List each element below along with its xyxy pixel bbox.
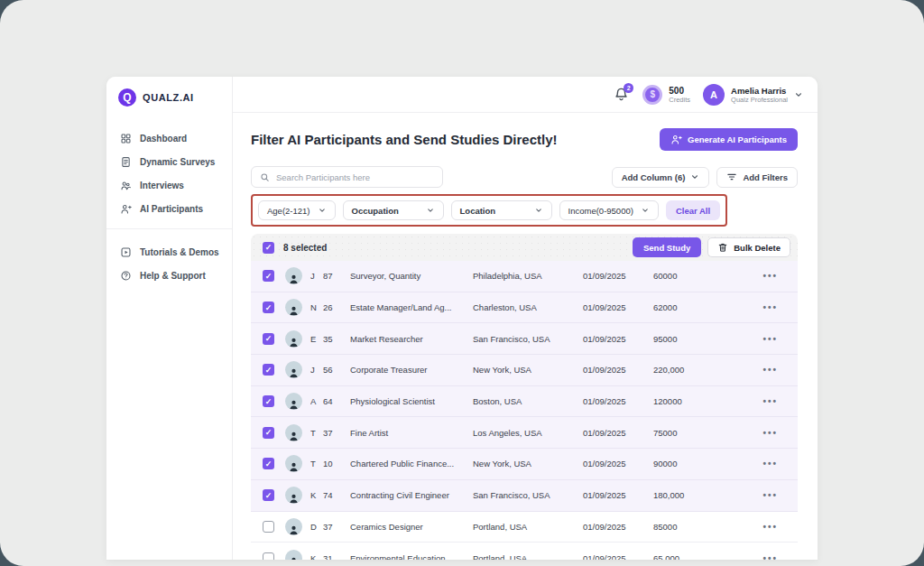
participant-location: Philadelphia, USA: [473, 271, 583, 281]
filter-icon: [726, 172, 737, 182]
dashboard-icon: [120, 133, 132, 144]
table-row[interactable]: ✓ K 74 Contracting Civil Engineer San Fr…: [251, 480, 798, 512]
sidebar-item-tutorials-demos[interactable]: Tutorials & Demos: [106, 240, 232, 264]
people-icon: [120, 180, 132, 191]
participant-age: 56: [323, 365, 350, 375]
add-filters-button[interactable]: Add Filters: [716, 167, 798, 188]
annotation-highlight-box: Age(2-121) Occupation Location Income(0-…: [251, 194, 727, 227]
credits-widget[interactable]: $ 500 Credits: [642, 85, 690, 105]
row-checkbox[interactable]: ✓: [263, 427, 274, 439]
participant-location: New York, USA: [473, 459, 583, 469]
help-circle-icon: [120, 270, 132, 282]
participant-location: San Francisco, USA: [473, 490, 583, 500]
notification-bell-icon[interactable]: 2: [614, 87, 630, 103]
sidebar-item-label: Interviews: [140, 181, 184, 190]
row-menu-button[interactable]: •••: [736, 428, 798, 438]
participant-occupation: Market Researcher: [350, 334, 473, 344]
selection-bar: ✓ 8 selected Send Study Bulk Delete: [251, 234, 798, 261]
participants-table-card: ✓ 8 selected Send Study Bulk Delete ✓ J …: [251, 234, 798, 560]
participant-name: N: [310, 302, 323, 312]
sidebar-item-label: Tutorials & Demos: [140, 247, 219, 257]
table-row[interactable]: ✓ N 26 Estate Manager/Land Ag... Charles…: [251, 292, 798, 324]
participant-date: 01/09/2025: [583, 490, 653, 500]
participant-avatar-icon: [285, 424, 302, 441]
row-menu-button[interactable]: •••: [736, 490, 798, 500]
page-title: Filter AI Participants and Send Studies …: [251, 132, 558, 147]
sidebar-item-dynamic-surveys[interactable]: Dynamic Surveys: [106, 150, 232, 173]
send-study-button[interactable]: Send Study: [633, 237, 701, 257]
row-menu-button[interactable]: •••: [736, 302, 798, 312]
participant-name: E: [310, 334, 323, 344]
bulk-delete-button[interactable]: Bulk Delete: [707, 237, 790, 257]
table-row[interactable]: ✓ A 64 Physiological Scientist Boston, U…: [251, 386, 798, 418]
participant-location: New York, USA: [473, 365, 583, 375]
chevron-down-icon[interactable]: [794, 90, 803, 99]
participant-occupation: Physiological Scientist: [350, 396, 473, 406]
sidebar-item-ai-participants[interactable]: AI Participants: [106, 197, 232, 220]
participant-name: D: [310, 522, 323, 532]
row-menu-button[interactable]: •••: [736, 396, 798, 406]
sidebar-item-label: Dynamic Surveys: [140, 157, 215, 167]
participant-age: 87: [323, 271, 350, 281]
row-menu-button[interactable]: •••: [736, 522, 798, 532]
participant-occupation: Ceramics Designer: [350, 522, 473, 532]
participant-name: K: [310, 490, 323, 500]
row-checkbox[interactable]: ✓: [263, 270, 274, 282]
row-menu-button[interactable]: •••: [736, 271, 798, 281]
user-avatar: A: [703, 84, 725, 106]
brand-logo[interactable]: Q QUALZ.AI: [106, 77, 232, 116]
table-row[interactable]: ✓ J 87 Surveyor, Quantity Philadelphia, …: [251, 261, 798, 292]
participant-age: 37: [323, 522, 350, 532]
sidebar-nav-primary: Dashboard Dynamic Surveys Interviews AI …: [106, 126, 232, 220]
sidebar-item-help-support[interactable]: Help & Support: [106, 264, 232, 287]
select-all-checkbox[interactable]: ✓: [263, 242, 274, 254]
sidebar: Q QUALZ.AI Dashboard Dynamic Surveys Int…: [106, 77, 233, 560]
table-row[interactable]: K 31 Environmental Education ... Portlan…: [251, 543, 798, 560]
filter-chip-income-[interactable]: Income(0-95000): [559, 200, 659, 220]
topbar: 2 $ 500 Credits A Amelia Harris Qualz Pr…: [233, 77, 818, 113]
row-checkbox[interactable]: ✓: [263, 395, 274, 407]
add-column-button[interactable]: Add Column (6): [612, 167, 710, 188]
row-checkbox[interactable]: [263, 552, 274, 560]
chevron-down-icon: [534, 207, 542, 215]
sidebar-item-label: Dashboard: [140, 134, 187, 144]
table-row[interactable]: ✓ T 10 Chartered Public Finance... New Y…: [251, 449, 798, 480]
document-icon: [120, 156, 132, 168]
generate-ai-participants-button[interactable]: Generate AI Participants: [660, 128, 798, 151]
table-row[interactable]: ✓ T 37 Fine Artist Los Angeles, USA 01/0…: [251, 417, 798, 449]
table-row[interactable]: ✓ J 56 Corporate Treasurer New York, USA…: [251, 355, 798, 386]
row-checkbox[interactable]: ✓: [263, 333, 274, 345]
row-checkbox[interactable]: ✓: [263, 489, 274, 501]
row-menu-button[interactable]: •••: [736, 459, 798, 469]
participant-avatar-icon: [285, 518, 302, 535]
row-menu-button[interactable]: •••: [736, 365, 798, 375]
row-checkbox[interactable]: ✓: [263, 458, 274, 469]
filter-chip-occupation[interactable]: Occupation: [343, 200, 444, 220]
sidebar-item-dashboard[interactable]: Dashboard: [106, 126, 232, 150]
main-content: Filter AI Participants and Send Studies …: [233, 113, 818, 560]
participant-name: T: [310, 428, 323, 438]
row-checkbox[interactable]: [263, 521, 274, 533]
chevron-down-icon: [426, 207, 434, 215]
participant-location: Charleston, USA: [473, 302, 583, 312]
sidebar-divider: [106, 228, 232, 229]
search-input[interactable]: [276, 172, 434, 182]
user-menu[interactable]: A Amelia Harris Qualz Professional: [703, 84, 803, 106]
sidebar-item-interviews[interactable]: Interviews: [106, 173, 232, 197]
table-row[interactable]: D 37 Ceramics Designer Portland, USA 01/…: [251, 512, 798, 543]
participant-occupation: Chartered Public Finance...: [350, 459, 473, 469]
row-checkbox[interactable]: ✓: [263, 364, 274, 376]
participant-age: 35: [323, 334, 350, 344]
table-row[interactable]: ✓ E 35 Market Researcher San Francisco, …: [251, 323, 798, 355]
clear-all-button[interactable]: Clear All: [666, 200, 720, 220]
filter-chip-age-[interactable]: Age(2-121): [258, 200, 336, 220]
participant-location: Portland, USA: [473, 522, 583, 532]
participant-location: Portland, USA: [473, 553, 583, 560]
person-plus-icon: [670, 134, 682, 145]
participant-income: 220,000: [653, 365, 736, 375]
search-box[interactable]: [251, 166, 443, 188]
filter-chip-location[interactable]: Location: [451, 200, 552, 220]
row-menu-button[interactable]: •••: [736, 553, 798, 560]
row-menu-button[interactable]: •••: [736, 334, 798, 344]
row-checkbox[interactable]: ✓: [263, 302, 274, 313]
